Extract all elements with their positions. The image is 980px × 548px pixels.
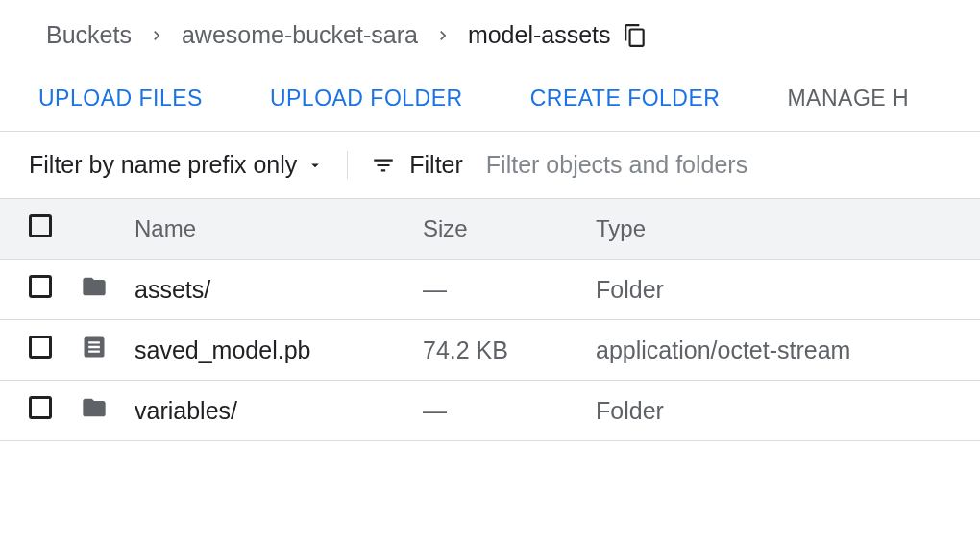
upload-folder-button[interactable]: UPLOAD FOLDER xyxy=(270,86,463,112)
create-folder-button[interactable]: CREATE FOLDER xyxy=(530,86,721,112)
column-size[interactable]: Size xyxy=(411,199,584,260)
folder-icon xyxy=(81,273,108,300)
row-checkbox[interactable] xyxy=(29,275,52,298)
breadcrumb-current: model-assets xyxy=(468,21,611,49)
dropdown-icon xyxy=(306,157,324,174)
object-type: Folder xyxy=(584,381,980,441)
object-type: application/octet-stream xyxy=(584,320,980,381)
object-size: — xyxy=(411,260,584,320)
filter-icon xyxy=(371,153,396,178)
folder-icon xyxy=(81,394,108,421)
select-all-checkbox[interactable] xyxy=(29,214,52,237)
breadcrumb-bucket[interactable]: awesome-bucket-sara xyxy=(182,21,418,49)
filter-input[interactable] xyxy=(486,151,957,179)
object-name[interactable]: variables/ xyxy=(123,381,411,441)
row-checkbox[interactable] xyxy=(29,396,52,419)
filter-prefix-selector[interactable]: Filter by name prefix only xyxy=(29,151,348,179)
copy-icon[interactable] xyxy=(623,23,648,48)
filter-prefix-label: Filter by name prefix only xyxy=(29,151,297,179)
object-size: 74.2 KB xyxy=(411,320,584,381)
column-name[interactable]: Name xyxy=(123,199,411,260)
filter-toggle[interactable]: Filter xyxy=(371,151,463,179)
object-type: Folder xyxy=(584,260,980,320)
table-row: variables/—Folder xyxy=(0,381,980,441)
chevron-right-icon xyxy=(433,26,453,45)
filter-bar: Filter by name prefix only Filter xyxy=(0,132,980,199)
column-type[interactable]: Type xyxy=(584,199,980,260)
chevron-right-icon xyxy=(147,26,166,45)
row-checkbox[interactable] xyxy=(29,336,52,359)
upload-files-button[interactable]: UPLOAD FILES xyxy=(38,86,203,112)
manage-button[interactable]: MANAGE H xyxy=(787,86,909,112)
toolbar: UPLOAD FILES UPLOAD FOLDER CREATE FOLDER… xyxy=(0,72,980,132)
breadcrumb: Buckets awesome-bucket-sara model-assets xyxy=(0,0,980,72)
object-name[interactable]: assets/ xyxy=(123,260,411,320)
breadcrumb-root[interactable]: Buckets xyxy=(46,21,132,49)
table-row: saved_model.pb74.2 KBapplication/octet-s… xyxy=(0,320,980,381)
table-header: Name Size Type xyxy=(0,199,980,260)
file-icon xyxy=(81,334,108,361)
object-table: Name Size Type assets/—Foldersaved_model… xyxy=(0,199,980,441)
filter-label: Filter xyxy=(409,151,463,179)
object-name[interactable]: saved_model.pb xyxy=(123,320,411,381)
table-row: assets/—Folder xyxy=(0,260,980,320)
object-size: — xyxy=(411,381,584,441)
